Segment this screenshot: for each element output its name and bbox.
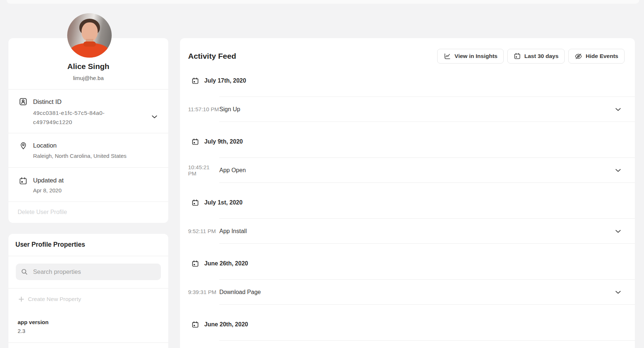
calendar-icon xyxy=(191,199,199,207)
user-name: Alice Singh xyxy=(8,62,168,71)
avatar xyxy=(67,13,112,58)
date-heading-label: July 17th, 2020 xyxy=(204,77,246,84)
event-feed: July 17th, 2020 11:57:10 PM Sign Up xyxy=(180,73,635,341)
view-in-insights-button[interactable]: View in Insights xyxy=(437,49,504,64)
chevron-down-icon[interactable] xyxy=(615,291,621,294)
date-heading-label: June 20th, 2020 xyxy=(204,321,248,328)
avatar-collar xyxy=(83,41,96,47)
calendar-icon xyxy=(191,77,199,85)
calendar-icon xyxy=(191,138,199,146)
calendar-icon xyxy=(191,260,199,268)
event-row[interactable]: 9:39:31 PM Download Page xyxy=(180,280,635,304)
calendar-icon xyxy=(514,52,521,60)
distinct-id-line2: c497949c1220 xyxy=(33,119,72,125)
activity-toolbar: View in Insights Last 30 days xyxy=(437,49,625,64)
chevron-down-icon[interactable] xyxy=(615,108,621,111)
date-heading: July 9th, 2020 xyxy=(180,134,635,149)
updated-at-value: Apr 8, 2020 xyxy=(33,187,62,193)
divider xyxy=(8,89,168,90)
event-time: 11:57:10 PM xyxy=(188,106,219,112)
create-new-property-label: Create New Property xyxy=(28,296,81,302)
search-properties-input[interactable] xyxy=(33,268,156,275)
divider xyxy=(8,256,168,256)
updated-at-label: Updated at xyxy=(33,177,64,184)
date-range-button[interactable]: Last 30 days xyxy=(507,49,565,64)
date-heading-label: June 26th, 2020 xyxy=(204,260,248,267)
divider xyxy=(219,340,635,341)
property-value: 2.3 xyxy=(18,328,48,334)
date-heading: June 26th, 2020 xyxy=(180,256,635,271)
feed-date-group: June 26th, 2020 9:39:31 PM Download Page xyxy=(180,256,635,305)
create-new-property-button[interactable]: Create New Property xyxy=(18,296,81,302)
event-name: Sign Up xyxy=(219,106,240,113)
properties-title: User Profile Properties xyxy=(15,241,85,249)
event-time: 9:39:31 PM xyxy=(188,289,219,295)
distinct-id-line1: 49cc0381-e1fc-57c5-84a0- xyxy=(33,110,105,116)
delete-user-profile-button[interactable]: Delete User Profile xyxy=(18,209,67,215)
date-range-label: Last 30 days xyxy=(524,53,558,59)
calendar-icon xyxy=(19,177,28,185)
event-time: 9:52:11 PM xyxy=(188,228,219,234)
event-row[interactable]: 9:52:11 PM App Install xyxy=(180,219,635,243)
date-heading: July 17th, 2020 xyxy=(180,73,635,88)
calendar-icon xyxy=(191,321,199,329)
divider xyxy=(219,182,635,183)
hide-events-button[interactable]: Hide Events xyxy=(568,49,625,64)
top-nav-edge xyxy=(7,0,639,4)
user-profile-card: Alice Singh limuj@he.ba Distinct ID 49cc… xyxy=(8,38,168,223)
event-name: App Install xyxy=(219,228,247,235)
event-name: Download Page xyxy=(219,289,261,296)
location-pin-icon xyxy=(19,141,28,150)
property-list-item[interactable]: app version 2.3 xyxy=(18,319,48,334)
location-value: Raleigh, North Carolina, United States xyxy=(33,153,126,159)
chevron-down-icon[interactable] xyxy=(615,169,621,172)
event-row[interactable]: 11:57:10 PM Sign Up xyxy=(180,97,635,122)
chevron-down-icon[interactable] xyxy=(152,115,157,119)
plus-icon xyxy=(18,296,24,302)
divider xyxy=(8,133,168,133)
hide-events-label: Hide Events xyxy=(586,53,618,59)
feed-date-group: July 9th, 2020 10:45:21 PM App Open xyxy=(180,134,635,183)
id-badge-icon xyxy=(18,97,28,106)
user-profile-properties-card: User Profile Properties Create New Prope… xyxy=(8,234,168,348)
divider xyxy=(8,288,168,289)
feed-date-group: July 1st, 2020 9:52:11 PM App Install xyxy=(180,195,635,244)
date-heading: June 20th, 2020 xyxy=(180,317,635,332)
view-in-insights-label: View in Insights xyxy=(454,53,497,59)
divider xyxy=(219,122,635,122)
activity-feed-title: Activity Feed xyxy=(188,52,236,61)
activity-feed-card: Activity Feed View in Insights Last 30 xyxy=(180,38,635,348)
divider xyxy=(8,167,168,168)
line-chart-icon xyxy=(443,52,451,60)
search-icon xyxy=(21,268,28,275)
chevron-down-icon[interactable] xyxy=(615,230,621,233)
divider xyxy=(8,342,168,343)
event-row[interactable]: 10:45:21 PM App Open xyxy=(180,158,635,182)
feed-date-group: June 20th, 2020 xyxy=(180,317,635,341)
distinct-id-value: 49cc0381-e1fc-57c5-84a0- c497949c1220 xyxy=(33,108,121,127)
location-label: Location xyxy=(33,142,57,149)
date-heading: July 1st, 2020 xyxy=(180,195,635,210)
divider xyxy=(219,304,635,305)
divider xyxy=(219,243,635,244)
divider xyxy=(8,202,168,202)
property-name: app version xyxy=(18,319,48,325)
distinct-id-label: Distinct ID xyxy=(33,98,61,106)
feed-date-group: July 17th, 2020 11:57:10 PM Sign Up xyxy=(180,73,635,122)
search-properties-box[interactable] xyxy=(16,264,161,280)
event-time: 10:45:21 PM xyxy=(188,164,219,177)
date-heading-label: July 1st, 2020 xyxy=(204,199,242,206)
user-email: limuj@he.ba xyxy=(8,75,168,81)
event-name: App Open xyxy=(219,167,246,174)
date-heading-label: July 9th, 2020 xyxy=(204,138,243,145)
eye-off-icon xyxy=(575,52,582,60)
